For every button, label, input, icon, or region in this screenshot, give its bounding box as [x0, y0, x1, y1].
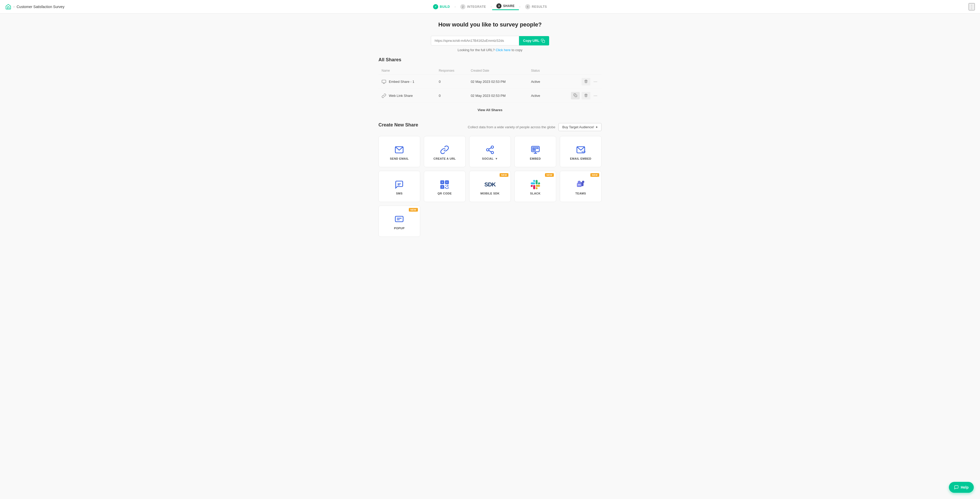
- email-icon: [395, 145, 404, 155]
- send-email-card[interactable]: SEND EMAIL: [379, 136, 420, 167]
- svg-rect-4: [575, 95, 577, 97]
- shares-table: Name Responses Created Date Status: [379, 67, 601, 103]
- survey-url-input[interactable]: [431, 36, 519, 45]
- all-shares-title: All Shares: [379, 57, 601, 62]
- table-row: Embed Share - 1 0 02 May 2023 02:53 PM A…: [379, 75, 601, 89]
- new-badge-popup: NEW: [409, 208, 418, 212]
- teams-card[interactable]: NEW TEAMS: [560, 171, 601, 202]
- svg-rect-39: [395, 216, 403, 222]
- share-copy-button[interactable]: [571, 92, 580, 99]
- col-actions: [550, 67, 601, 75]
- page-heading: How would you like to survey people?: [379, 21, 601, 28]
- qr-code-label: QR CODE: [438, 192, 452, 195]
- popup-icon: [395, 215, 404, 224]
- sms-card[interactable]: SMS: [379, 171, 420, 202]
- step-results[interactable]: 4 RESULTS: [521, 4, 551, 10]
- mobile-sdk-card[interactable]: NEW SDK MOBILE SDK: [469, 171, 511, 202]
- sms-icon: [395, 180, 404, 189]
- url-hint-suffix: to copy: [512, 48, 522, 52]
- table-row: Web Link Share 0 02 May 2023 02:53 PM Ac…: [379, 89, 601, 103]
- popup-card[interactable]: NEW POPUP: [379, 206, 420, 237]
- embed-card[interactable]: EMBED: [514, 136, 556, 167]
- url-bar: Copy URL: [379, 36, 601, 45]
- teams-icon: [576, 180, 585, 189]
- svg-point-7: [486, 149, 489, 151]
- all-shares-section: All Shares Name Responses Created Date S…: [379, 57, 601, 115]
- sdk-icon: SDK: [485, 180, 495, 189]
- create-share-header: Create New Share Collect data from a wid…: [379, 122, 601, 132]
- slack-label: SLACK: [530, 192, 541, 195]
- email-embed-card[interactable]: </> EMAIL EMBED: [560, 136, 601, 167]
- step-integrate-label: INTEGRATE: [467, 5, 486, 9]
- buy-audience-label: Buy Target Audience!: [562, 125, 594, 129]
- copy-url-label: Copy URL: [523, 39, 539, 43]
- qr-code-card[interactable]: QR CODE: [424, 171, 466, 202]
- new-badge-sdk: NEW: [500, 173, 509, 177]
- email-embed-label: EMAIL EMBED: [570, 157, 591, 160]
- svg-rect-12: [533, 147, 538, 149]
- share-more-button-2[interactable]: ···: [592, 93, 598, 99]
- home-icon[interactable]: [5, 4, 11, 10]
- share-name: Web Link Share: [389, 94, 413, 97]
- svg-line-9: [489, 150, 491, 152]
- share-delete-button[interactable]: [582, 78, 590, 85]
- svg-rect-21: [441, 182, 443, 183]
- share-name-cell: Embed Share - 1: [379, 75, 436, 89]
- step-build[interactable]: ✓ BUILD: [429, 4, 454, 10]
- create-share-title: Create New Share: [379, 122, 418, 128]
- link-icon: [440, 145, 449, 155]
- url-hint: Looking for the full URL? Click here to …: [379, 48, 601, 52]
- share-delete-button-2[interactable]: [582, 92, 590, 99]
- qr-icon: [440, 180, 449, 189]
- social-dropdown-icon: ▼: [495, 157, 498, 160]
- url-hint-text: Looking for the full URL?: [458, 48, 495, 52]
- breadcrumb-chevron: ›: [13, 5, 14, 9]
- share-created: 02 May 2023 02:53 PM: [468, 89, 528, 103]
- more-menu-button[interactable]: ⋮: [969, 3, 975, 10]
- step-build-label: BUILD: [440, 5, 450, 9]
- step-share[interactable]: 3 SHARE: [492, 3, 519, 10]
- main-content: How would you like to survey people? Cop…: [373, 13, 607, 245]
- breadcrumb-title: Customer Satisfaction Survey: [17, 5, 64, 9]
- share-created: 02 May 2023 02:53 PM: [468, 75, 528, 89]
- embed-share-icon: [382, 80, 386, 84]
- step-arrow-1: ›: [455, 5, 456, 9]
- svg-rect-0: [542, 40, 545, 43]
- slack-card[interactable]: NEW SLACK: [514, 171, 556, 202]
- step-share-label: SHARE: [503, 4, 515, 8]
- svg-point-6: [491, 146, 493, 148]
- svg-rect-37: [578, 185, 581, 186]
- embed-icon: [531, 145, 540, 155]
- svg-rect-38: [578, 184, 581, 185]
- share-status: Active: [528, 75, 550, 89]
- share-cards-row3: NEW POPUP: [379, 206, 601, 237]
- weblink-share-icon: [382, 94, 386, 98]
- buy-audience-button[interactable]: Buy Target Audience! +: [558, 123, 601, 131]
- step-build-icon: ✓: [433, 4, 438, 10]
- send-email-label: SEND EMAIL: [390, 157, 409, 160]
- create-url-card[interactable]: CREATE A URL: [424, 136, 466, 167]
- social-card[interactable]: SOCIAL ▼: [469, 136, 511, 167]
- svg-rect-13: [533, 150, 535, 151]
- popup-label: POPUP: [394, 226, 405, 230]
- social-icon: [485, 145, 495, 155]
- create-share-description: Collect data from a wide variety of peop…: [468, 125, 555, 129]
- svg-text:</>: </>: [582, 150, 585, 154]
- share-more-button[interactable]: ···: [592, 79, 598, 84]
- social-label: SOCIAL ▼: [482, 157, 498, 160]
- step-integrate[interactable]: 2 INTEGRATE: [456, 4, 490, 10]
- nav-left: › Customer Satisfaction Survey: [5, 4, 64, 10]
- step-arrow-3: ›: [519, 5, 520, 9]
- share-name: Embed Share - 1: [389, 80, 414, 84]
- col-created-date: Created Date: [468, 67, 528, 75]
- click-here-link[interactable]: Click here: [496, 48, 511, 52]
- create-url-label: CREATE A URL: [433, 157, 456, 160]
- share-status: Active: [528, 89, 550, 103]
- col-name: Name: [379, 67, 436, 75]
- view-all-shares-button[interactable]: View All Shares: [379, 105, 601, 115]
- shares-table-body: Embed Share - 1 0 02 May 2023 02:53 PM A…: [379, 75, 601, 103]
- share-name-cell: Web Link Share: [379, 89, 436, 103]
- copy-url-button[interactable]: Copy URL: [519, 36, 549, 45]
- create-share-section: Create New Share Collect data from a wid…: [379, 122, 601, 237]
- page-header: How would you like to survey people?: [379, 21, 601, 28]
